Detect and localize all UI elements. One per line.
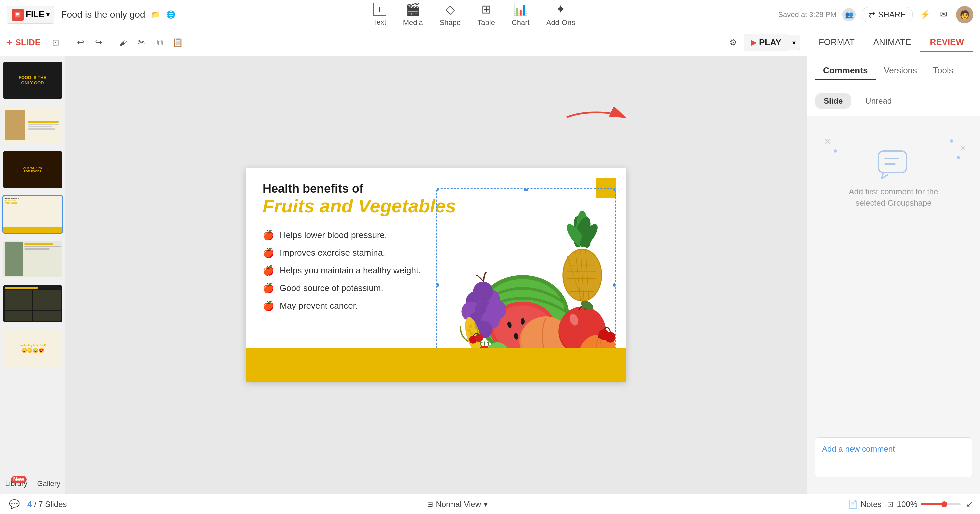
add-slide-button[interactable]: + SLIDE xyxy=(7,37,41,48)
gallery-tab[interactable]: Gallery xyxy=(33,473,65,494)
filter-slide[interactable]: Slide xyxy=(815,93,851,109)
slide-thumb-7[interactable]: How healthy is the food? 😊😐😢😍 xyxy=(3,330,62,367)
zoom-area: ⊡ 100% xyxy=(887,500,961,509)
tab-animate[interactable]: ANIMATE xyxy=(864,33,921,52)
comment-bubble-icon xyxy=(877,150,910,179)
addons-label: Add-Ons xyxy=(546,18,575,27)
user-avatar[interactable]: 🧑 xyxy=(956,6,973,23)
shape-label: Shape xyxy=(440,18,461,27)
deco-dot-1 xyxy=(834,150,837,153)
text-label: Text xyxy=(373,18,386,27)
play-dropdown-button[interactable]: ▾ xyxy=(788,35,800,50)
settings-icon[interactable]: ⚙ xyxy=(725,35,741,50)
redo-button[interactable]: ↪ xyxy=(90,34,107,51)
add-comment-box[interactable]: Add a new comment xyxy=(815,437,972,477)
comment-placeholder: Add first comment for theselected Groups… xyxy=(849,150,938,208)
toolbar-media[interactable]: 🎬 Media xyxy=(403,2,423,27)
bullet-icon-2: 🍎 xyxy=(262,247,274,258)
slide-thumb-3[interactable]: ASK WHAT'SFOR FOOD? xyxy=(3,151,62,188)
tab-tools[interactable]: Tools xyxy=(925,62,961,80)
svg-point-46 xyxy=(605,332,615,343)
slide-thumb-1[interactable]: FOOD IS THEONLY GOD xyxy=(3,62,62,99)
notes-button[interactable]: 📄 Notes xyxy=(848,500,882,509)
tab-review[interactable]: REVIEW xyxy=(920,33,973,52)
bullet-icon-4: 🍎 xyxy=(262,283,274,294)
tab-format[interactable]: FORMAT xyxy=(809,33,864,52)
cut-icon[interactable]: ✂ xyxy=(133,34,150,51)
globe-icon[interactable]: 🌐 xyxy=(165,9,177,20)
bullet-icon-1: 🍎 xyxy=(262,230,274,241)
comments-header: Comments Versions Tools xyxy=(807,56,980,86)
undo-button[interactable]: ↩ xyxy=(72,34,89,51)
comments-panel: Comments Versions Tools Slide Unread ✕ ✕ xyxy=(807,56,980,494)
file-icon xyxy=(12,9,24,21)
toolbar-chart[interactable]: 📊 Chart xyxy=(512,2,530,27)
fullscreen-icon[interactable]: ⤢ xyxy=(966,499,973,509)
slide-total: 7 Slides xyxy=(38,500,67,509)
media-icon: 🎬 xyxy=(405,2,420,16)
notification-icon[interactable]: ✉ xyxy=(937,8,950,21)
canvas-area: Health benefits of Fruits and Vegetables… xyxy=(65,56,807,494)
toolbar-center: T Text 🎬 Media ◇ Shape ⊞ Table 📊 Chart ✦… xyxy=(177,2,772,27)
share-network-icon: ⇄ xyxy=(869,10,875,19)
collaborators-icon[interactable]: 👥 xyxy=(842,8,856,21)
toolbar-shape[interactable]: ◇ Shape xyxy=(440,2,461,27)
svg-point-29 xyxy=(473,282,493,302)
slide-thumb-4[interactable]: Health benefits of Fruits andVegetables xyxy=(3,196,62,233)
tab-versions[interactable]: Versions xyxy=(876,62,925,80)
copy-icon[interactable]: ⧉ xyxy=(151,34,168,51)
right-toolbar: ⚙ ▶ PLAY ▾ FORMAT ANIMATE REVIEW xyxy=(186,33,973,52)
view-label: Normal View xyxy=(436,500,481,509)
svg-point-23 xyxy=(521,318,525,325)
notes-label: Notes xyxy=(861,500,882,509)
table-label: Table xyxy=(477,18,495,27)
paint-format-icon[interactable]: 🖌 xyxy=(115,34,132,51)
svg-point-69 xyxy=(475,334,483,342)
chart-label: Chart xyxy=(512,18,530,27)
main-area: 1 FOOD IS THEONLY GOD 2 3 ASK WHAT xyxy=(0,56,980,494)
layout-icon[interactable]: ⊡ xyxy=(47,34,64,51)
bullet-text-4: Good source of potassium. xyxy=(280,283,383,293)
zoom-icon: ⊡ xyxy=(887,500,894,509)
slide-thumb-6[interactable] xyxy=(3,285,62,322)
paste-icon[interactable]: 📋 xyxy=(169,34,186,51)
view-button[interactable]: ⊟ Normal View ▾ xyxy=(427,500,488,509)
file-label: FILE xyxy=(25,10,45,20)
zoom-slider[interactable] xyxy=(921,503,961,505)
zoom-thumb[interactable] xyxy=(941,501,947,507)
status-center: ⊟ Normal View ▾ xyxy=(67,500,848,509)
add-comment-text[interactable]: Add a new comment xyxy=(822,444,895,454)
activity-icon[interactable]: ⚡ xyxy=(919,8,931,21)
deco-dot-2 xyxy=(950,139,953,143)
comments-body: ✕ ✕ Add first comment for theselected Gr… xyxy=(807,116,980,494)
tab-comments[interactable]: Comments xyxy=(815,62,876,80)
library-tab[interactable]: Library New xyxy=(0,473,33,494)
slide-separator: / xyxy=(34,500,37,509)
bullet-text-1: Helps lower blood pressure. xyxy=(280,230,387,240)
divider-2 xyxy=(111,37,111,49)
slide-thumb-5[interactable] xyxy=(3,241,62,277)
media-label: Media xyxy=(403,18,423,27)
slide-thumb-2[interactable] xyxy=(3,107,62,143)
slide-panel: 1 FOOD IS THEONLY GOD 2 3 ASK WHAT xyxy=(0,56,65,494)
bullet-text-3: Helps you maintain a healthy weight. xyxy=(280,265,421,276)
filter-unread[interactable]: Unread xyxy=(857,93,900,109)
chat-icon-button[interactable]: 💬 xyxy=(7,496,22,512)
deco-x-2: ✕ xyxy=(959,143,967,154)
title-area: Food is the only god 📁 🌐 xyxy=(61,9,177,20)
toolbar-addons[interactable]: ✦ Add-Ons xyxy=(546,2,575,27)
toolbar-text[interactable]: T Text xyxy=(373,3,386,27)
arrow-indicator xyxy=(563,107,630,127)
placeholder-text: Add first comment for theselected Groups… xyxy=(849,186,938,208)
view-dropdown-icon: ▾ xyxy=(484,500,488,509)
handle-mr[interactable] xyxy=(613,283,616,287)
slide-canvas: Health benefits of Fruits and Vegetables… xyxy=(246,168,626,382)
bullet-text-2: Improves exercise stamina. xyxy=(280,248,385,258)
play-main-button[interactable]: ▶ PLAY xyxy=(744,33,788,51)
second-bar: + SLIDE ⊡ ↩ ↪ 🖌 ✂ ⧉ 📋 ⚙ ▶ PLAY ▾ FORMAT … xyxy=(0,29,980,56)
toolbar-table[interactable]: ⊞ Table xyxy=(477,2,495,27)
share-button[interactable]: ⇄ SHARE xyxy=(862,7,913,22)
file-button[interactable]: FILE ▾ xyxy=(7,6,54,24)
folder-icon[interactable]: 📁 xyxy=(150,9,161,20)
text-icon: T xyxy=(373,3,387,16)
